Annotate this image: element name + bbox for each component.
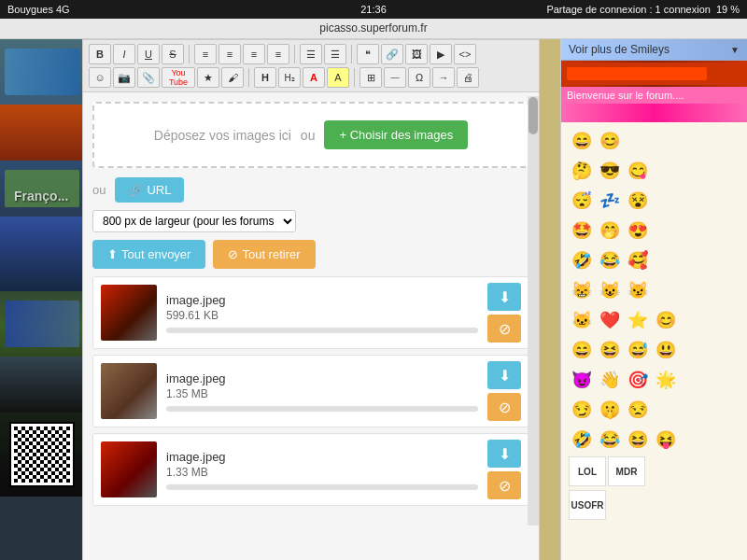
align-center-button[interactable]: ≡ (218, 44, 241, 64)
star-button[interactable]: ★ (197, 67, 219, 88)
smiley[interactable]: ❤️ (597, 307, 623, 333)
hr-button[interactable]: — (384, 67, 406, 88)
size-select[interactable]: 800 px de largeur (pour les forums640 px… (92, 210, 296, 232)
quote-button[interactable]: ❝ (357, 44, 379, 64)
color-text-button[interactable]: A (303, 67, 325, 88)
editor-scrollbar[interactable] (528, 96, 539, 525)
smiley[interactable]: 🤫 (597, 397, 623, 423)
smiley[interactable]: 👋 (597, 367, 623, 393)
align-justify-button[interactable]: ≡ (267, 44, 289, 64)
smiley[interactable]: 💤 (597, 188, 623, 214)
upload-file-button[interactable]: ⬇ (487, 440, 521, 468)
smiley[interactable]: 🤣 (569, 247, 595, 273)
file-actions: ⬇ ⊘ (487, 361, 521, 421)
smiley[interactable]: 😄 (569, 128, 595, 154)
toolbar-separator-1 (189, 45, 190, 63)
smiley[interactable]: 😆 (625, 427, 651, 453)
smiley[interactable]: ⭐ (625, 307, 651, 333)
cancel-file-button[interactable]: ⊘ (487, 471, 521, 499)
smiley[interactable]: 😈 (569, 367, 595, 393)
mdr-smiley[interactable]: MDR (608, 456, 645, 486)
remove-all-button[interactable]: ⊘ Tout retirer (213, 240, 315, 269)
remove-all-label: Tout retirer (242, 247, 300, 261)
smiley[interactable]: 🎯 (625, 367, 651, 393)
upload-file-button[interactable]: ⬇ (487, 361, 521, 389)
video-button[interactable]: ▶ (430, 44, 452, 64)
smiley[interactable]: 😸 (569, 277, 595, 303)
smiley[interactable]: 😆 (597, 337, 623, 363)
indent-button[interactable]: → (432, 67, 455, 88)
header-button[interactable]: H (254, 67, 276, 88)
usofr-smiley[interactable]: USOFR (569, 490, 606, 520)
smiley-row: 😄 😆 😅 😃 (565, 335, 743, 365)
photo-button[interactable]: 📷 (113, 67, 135, 88)
smiley[interactable]: 🤔 (569, 158, 595, 184)
file-info: image.jpeg 599.61 KB (166, 293, 478, 333)
smiley[interactable]: 😝 (653, 427, 679, 453)
cancel-file-button[interactable]: ⊘ (487, 315, 521, 343)
lol-smiley[interactable]: LOL (569, 456, 606, 486)
attach-button[interactable]: 📎 (137, 67, 160, 88)
upload-file-button[interactable]: ⬇ (487, 283, 521, 311)
list-ul-button[interactable]: ☰ (300, 44, 322, 64)
smileys-header[interactable]: Voir plus de Smileys ▼ (561, 39, 747, 61)
smiley[interactable]: 😋 (625, 158, 651, 184)
list-ol-button[interactable]: ☰ (324, 44, 346, 64)
toolbar-row-2: ☺ 📷 📎 YouTube ★ 🖌 H H₂ A A ⊞ — Ω → 🖨 (89, 67, 533, 88)
smiley[interactable]: 😴 (569, 188, 595, 214)
smileys-dropdown-icon[interactable]: ▼ (730, 45, 740, 55)
bold-button[interactable]: B (89, 44, 111, 64)
file-name: image.jpeg (166, 371, 478, 385)
link-button[interactable]: 🔗 (381, 44, 403, 64)
smiley[interactable]: 😅 (625, 337, 651, 363)
header2-button[interactable]: H₂ (278, 67, 301, 88)
file-progress-bar (166, 484, 478, 490)
align-left-button[interactable]: ≡ (194, 44, 217, 64)
link-icon: 🔗 (128, 183, 143, 197)
smiley[interactable]: 🌟 (653, 367, 679, 393)
smiley[interactable]: 😼 (625, 277, 651, 303)
url-text: picasso.superforum.fr (319, 21, 427, 35)
file-item: image.jpeg 599.61 KB ⬇ ⊘ (92, 276, 529, 349)
image-button[interactable]: 🖼 (405, 44, 428, 64)
youtube-button[interactable]: YouTube (162, 67, 195, 88)
symbol-button[interactable]: Ω (408, 67, 430, 88)
cancel-file-button[interactable]: ⊘ (487, 393, 521, 421)
smiley[interactable]: 🤩 (569, 217, 595, 244)
smiley[interactable]: 😃 (653, 337, 679, 363)
smiley[interactable]: 😎 (597, 158, 623, 184)
toolbar-separator-4 (248, 68, 249, 87)
choose-images-button[interactable]: + Choisir des images (324, 120, 468, 149)
scrollbar-thumb[interactable] (529, 97, 538, 134)
color-bg-button[interactable]: A (327, 67, 349, 88)
smiley[interactable]: 😊 (653, 307, 679, 333)
smiley[interactable]: 😒 (625, 397, 651, 423)
smiley[interactable]: 🐱 (569, 307, 595, 333)
code-button[interactable]: <> (454, 44, 476, 64)
smiley[interactable]: 😍 (625, 217, 651, 244)
share-text: Partage de connexion : 1 connexion (546, 4, 711, 15)
smiley[interactable]: 😺 (597, 277, 623, 303)
smileys-title: Voir plus de Smileys (569, 43, 669, 56)
smiley[interactable]: 😵 (625, 188, 651, 214)
smiley[interactable]: 🥰 (625, 247, 651, 273)
smiley[interactable]: 😏 (569, 397, 595, 423)
upload-drop-zone[interactable]: Déposez vos images ici ou + Choisir des … (92, 102, 529, 168)
strikethrough-button[interactable]: S (162, 44, 184, 64)
smiley[interactable]: 😊 (597, 128, 623, 154)
smiley[interactable]: 😂 (597, 427, 623, 453)
smiley[interactable]: 🤣 (569, 427, 595, 453)
emoji-button[interactable]: ☺ (89, 67, 111, 88)
brush-button[interactable]: 🖌 (221, 67, 244, 88)
italic-button[interactable]: I (113, 44, 135, 64)
smiley[interactable]: 🤭 (597, 217, 623, 244)
smiley[interactable]: 😄 (569, 337, 595, 363)
cancel-icon: ⊘ (228, 247, 238, 261)
print-button[interactable]: 🖨 (457, 67, 479, 88)
url-button[interactable]: 🔗 URL (115, 177, 184, 203)
underline-button[interactable]: U (137, 44, 160, 64)
smiley[interactable]: 😂 (597, 247, 623, 273)
send-all-button[interactable]: ⬆ Tout envoyer (92, 240, 205, 269)
table-button[interactable]: ⊞ (359, 67, 382, 88)
align-right-button[interactable]: ≡ (243, 44, 265, 64)
